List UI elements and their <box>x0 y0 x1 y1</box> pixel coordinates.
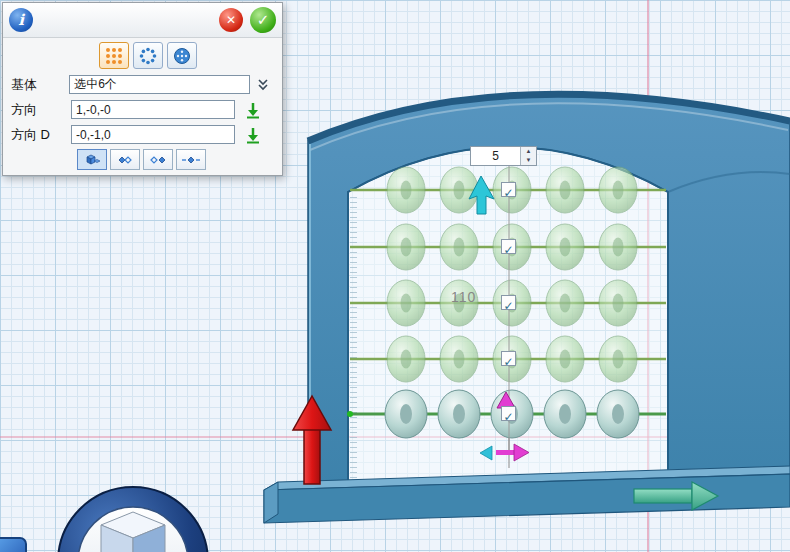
pick-direction-button[interactable] <box>243 100 263 120</box>
base-input[interactable] <box>69 75 250 94</box>
direction-d-label: 方向 D <box>11 126 71 144</box>
mode-option-3-button[interactable] <box>143 149 173 170</box>
direction-field-row: 方向 <box>3 97 282 122</box>
green-pick-arrow-icon <box>244 101 262 119</box>
grid-dots-icon <box>104 46 124 66</box>
pattern-type-row <box>3 38 282 72</box>
check-icon: ✓ <box>503 299 513 313</box>
diamond-both-arrows-icon <box>181 152 201 168</box>
gizmo-right-shaft[interactable] <box>496 450 514 455</box>
sphere-dots-icon <box>172 46 192 66</box>
row-checkbox-1[interactable]: ✓ <box>501 182 516 197</box>
row-checkbox-4[interactable]: ✓ <box>501 351 516 366</box>
expand-chevron-icon[interactable] <box>253 75 274 95</box>
direction-label: 方向 <box>11 101 71 119</box>
spin-up-icon: ▲ <box>526 148 532 154</box>
teal-arrow-shaft[interactable] <box>634 489 692 503</box>
direction-input[interactable] <box>71 100 235 119</box>
base-label: 基体 <box>11 76 69 94</box>
solid-result-button[interactable] <box>77 149 107 170</box>
corner-widget[interactable] <box>0 537 27 552</box>
info-icon[interactable]: i <box>9 8 33 32</box>
direction-d-input[interactable] <box>71 125 235 144</box>
red-arrow-shaft[interactable] <box>304 428 320 484</box>
green-pick-arrow-icon <box>244 126 262 144</box>
double-chevron-down-icon <box>255 77 271 93</box>
spin-down-icon: ▼ <box>526 157 532 163</box>
row-checkbox-5[interactable]: ✓ <box>501 406 516 421</box>
check-icon: ✓ <box>503 410 513 424</box>
cubes-icon <box>82 152 102 168</box>
dimension-label: 110 <box>451 289 476 305</box>
cancel-button[interactable]: ✕ <box>219 8 243 32</box>
diamond-arrow-icon <box>148 152 168 168</box>
spinner-down-button[interactable]: ▼ <box>521 156 536 165</box>
close-icon: ✕ <box>226 13 236 27</box>
circular-pattern-button[interactable] <box>133 42 163 69</box>
check-icon: ✓ <box>257 11 270 29</box>
count-spinner: ▲ ▼ <box>470 146 537 166</box>
pattern-dialog: i ✕ ✓ <box>2 2 283 176</box>
count-input[interactable] <box>471 147 520 165</box>
fixed-edge-hatch <box>350 196 357 482</box>
result-mode-row <box>3 147 282 175</box>
linear-pattern-button[interactable] <box>99 42 129 69</box>
info-glyph: i <box>18 11 24 29</box>
anchor-point[interactable] <box>347 411 353 417</box>
cad-canvas[interactable]: ▲ ▼ ✓ ✓ ✓ ✓ ✓ 110 i ✕ ✓ <box>0 0 790 552</box>
direction-d-field-row: 方向 D <box>3 122 282 147</box>
confirm-button[interactable]: ✓ <box>250 7 276 33</box>
mode-option-4-button[interactable] <box>176 149 206 170</box>
view-navigation-ball[interactable] <box>55 484 211 552</box>
spinner-up-button[interactable]: ▲ <box>521 147 536 156</box>
check-icon: ✓ <box>503 186 513 200</box>
circle-dots-icon <box>138 46 158 66</box>
mode-option-2-button[interactable] <box>110 149 140 170</box>
sphere-pattern-button[interactable] <box>167 42 197 69</box>
dialog-header: i ✕ ✓ <box>3 3 282 38</box>
view-cube-icon <box>55 484 211 552</box>
check-icon: ✓ <box>503 243 513 257</box>
pick-direction-d-button[interactable] <box>243 125 263 145</box>
row-checkbox-3[interactable]: ✓ <box>501 295 516 310</box>
base-field-row: 基体 <box>3 72 282 97</box>
check-icon: ✓ <box>503 355 513 369</box>
row-checkbox-2[interactable]: ✓ <box>501 239 516 254</box>
spinner-arrows: ▲ ▼ <box>520 147 536 165</box>
diamond-pair-icon <box>115 152 135 168</box>
